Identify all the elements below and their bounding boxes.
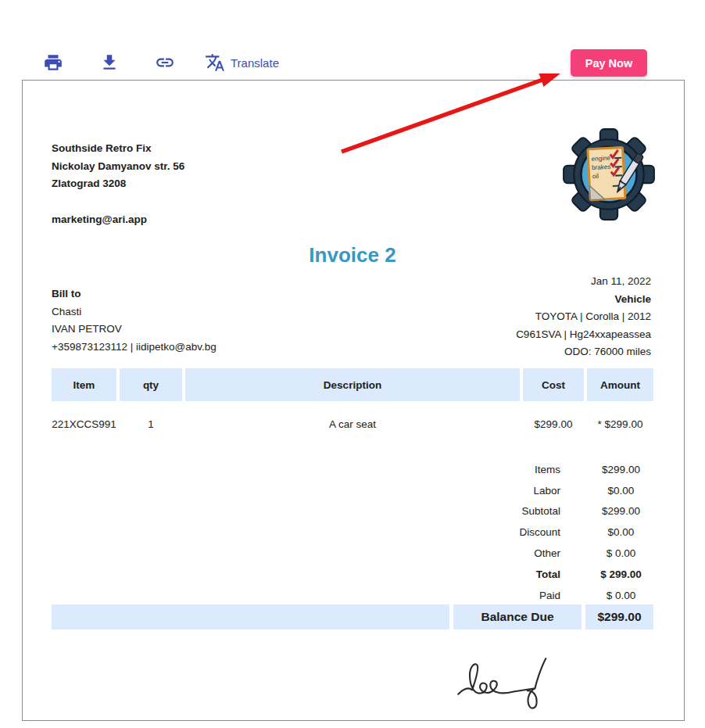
translate-label: Translate: [231, 56, 279, 70]
totals-section: Items $299.00 Labor $0.00 Subtotal $299.…: [52, 459, 653, 606]
signature: [454, 656, 571, 714]
total-label: Other: [52, 547, 560, 559]
checklist-paper: engine brakes oil: [588, 148, 625, 200]
bill-to-name: IVAN PETROV: [52, 321, 217, 339]
business-info: Southside Retro Fix Nickolay Damyanov st…: [52, 140, 184, 228]
invoice-page: Translate Pay Now Southside Retro Fix Ni…: [0, 0, 705, 728]
header-description: Description: [185, 368, 520, 401]
total-row-labor: Labor $0.00: [52, 480, 653, 501]
bill-to-company: Chasti: [52, 303, 217, 321]
total-label: Paid: [52, 590, 560, 601]
download-button[interactable]: [95, 48, 123, 77]
total-label: Total: [52, 568, 560, 580]
bill-to-label: Bill to: [52, 285, 217, 303]
translate-icon: [205, 52, 225, 73]
cell-item: 221XCCS991: [52, 412, 116, 436]
total-row-other: Other $ 0.00: [52, 543, 653, 564]
vehicle-odometer: ODO: 76000 miles: [516, 343, 651, 361]
bill-to-contact: +359873123112 | iidipetko@abv.bg: [52, 339, 217, 357]
total-row-discount: Discount $0.00: [52, 522, 653, 543]
checklist-item-brakes: brakes: [592, 163, 611, 171]
header-qty: qty: [120, 368, 182, 401]
table-row: 221XCCS991 1 A car seat $299.00 * $299.0…: [52, 412, 653, 436]
vehicle-make-model: TOYOTA | Corolla | 2012: [516, 308, 651, 326]
download-icon: [99, 52, 120, 73]
copy-link-button[interactable]: [151, 48, 179, 77]
business-logo: engine brakes oil: [559, 126, 659, 221]
header-amount: Amount: [587, 368, 653, 401]
translate-button[interactable]: Translate: [202, 48, 282, 77]
balance-due-value: $299.00: [585, 604, 653, 629]
business-email: marketing@ari.app: [52, 211, 184, 229]
invoice-date: Jan 11, 2022: [516, 273, 651, 291]
total-value: $ 0.00: [589, 547, 653, 559]
total-row-subtotal: Subtotal $299.00: [52, 501, 653, 522]
total-value: $299.00: [589, 464, 653, 475]
invoice-card: Southside Retro Fix Nickolay Damyanov st…: [22, 80, 685, 721]
total-row-paid: Paid $ 0.00: [52, 585, 653, 606]
total-value: $ 299.00: [589, 568, 653, 580]
cell-qty: 1: [120, 412, 182, 436]
items-table: Item qty Description Cost Amount 221XCCS…: [52, 368, 653, 436]
total-value: $299.00: [589, 505, 653, 517]
invoice-title: Invoice 2: [52, 243, 653, 267]
total-label: Subtotal: [52, 505, 560, 517]
total-label: Discount: [52, 526, 560, 538]
business-address-line2: Zlatograd 3208: [52, 175, 184, 193]
total-label: Items: [52, 464, 560, 475]
total-value: $0.00: [589, 485, 653, 497]
cell-cost: $299.00: [523, 412, 584, 436]
total-row-total: Total $ 299.00: [52, 564, 653, 585]
print-button[interactable]: [39, 48, 67, 77]
toolbar: Translate Pay Now: [0, 45, 705, 80]
table-header-row: Item qty Description Cost Amount: [52, 368, 653, 401]
copy-link-icon: [155, 52, 175, 73]
header-item: Item: [52, 368, 116, 401]
print-icon: [43, 52, 63, 73]
balance-due-bar: Balance Due $299.00: [52, 604, 653, 629]
vehicle-label: Vehicle: [516, 291, 651, 309]
total-row-items: Items $299.00: [52, 459, 653, 480]
vehicle-plate-vin: C961SVA | Hg24xxapeassea: [516, 326, 651, 344]
business-address-line1: Nickolay Damyanov str. 56: [52, 158, 184, 176]
total-label: Labor: [52, 485, 560, 497]
business-name: Southside Retro Fix: [52, 140, 184, 158]
header-cost: Cost: [523, 368, 584, 401]
balance-due-label: Balance Due: [453, 604, 582, 629]
total-value: $0.00: [589, 526, 653, 538]
cell-description: A car seat: [185, 412, 520, 436]
balance-spacer: [52, 604, 449, 629]
total-value: $ 0.00: [589, 590, 653, 601]
checklist-item-oil: oil: [592, 173, 599, 180]
pay-now-button[interactable]: Pay Now: [571, 49, 647, 77]
invoice-meta: Jan 11, 2022 Vehicle TOYOTA | Corolla | …: [516, 273, 651, 361]
bill-to: Bill to Chasti IVAN PETROV +359873123112…: [52, 285, 217, 356]
cell-amount: * $299.00: [587, 412, 653, 436]
checklist-item-engine: engine: [591, 155, 610, 163]
